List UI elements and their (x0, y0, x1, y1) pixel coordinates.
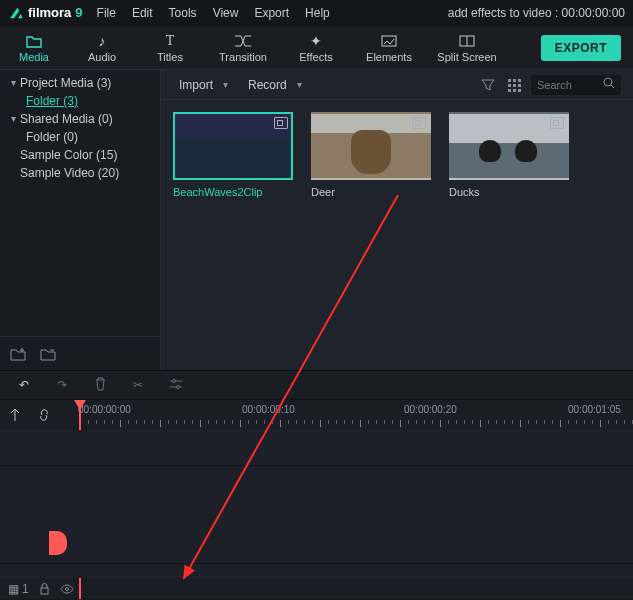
chevron-down-icon: ▾ (297, 79, 302, 90)
track-number[interactable]: ▦ 1 (8, 582, 29, 596)
tree-sample-color[interactable]: Sample Color (15) (0, 146, 160, 164)
menu-file[interactable]: File (97, 6, 116, 20)
chevron-down-icon: ▾ (6, 75, 20, 91)
grid-view-icon[interactable] (505, 76, 523, 94)
svg-point-17 (177, 385, 180, 388)
media-content: Import▾ Record▾ BeachWaves2ClipDeerDucks (160, 70, 633, 370)
main-menu: File Edit Tools View Export Help (97, 6, 330, 20)
export-button[interactable]: EXPORT (541, 35, 621, 61)
svg-rect-9 (508, 89, 511, 92)
chevron-down-icon: ▾ (6, 111, 20, 127)
app-version: 9 (75, 5, 82, 20)
image-icon (381, 33, 397, 49)
menu-help[interactable]: Help (305, 6, 330, 20)
timeline-head (0, 400, 58, 430)
tab-titles[interactable]: T Titles (136, 26, 204, 69)
media-sidebar: ▾Project Media (3) Folder (3) ▾Shared Me… (0, 70, 160, 370)
clip-label: BeachWaves2Clip (173, 186, 293, 198)
menu-view[interactable]: View (213, 6, 239, 20)
tree-project-media[interactable]: ▾Project Media (3) (0, 74, 160, 92)
clip-thumbnail (449, 112, 569, 180)
time-label: 00:00:00:20 (404, 404, 457, 415)
cut-icon[interactable]: ✂ (130, 378, 146, 392)
clip-handle[interactable] (49, 531, 67, 555)
chevron-down-icon: ▾ (223, 79, 228, 90)
tab-split-screen[interactable]: Split Screen (428, 26, 506, 69)
redo-icon[interactable]: ↷ (54, 378, 70, 392)
clip-item[interactable]: Deer (311, 112, 431, 198)
svg-rect-5 (518, 79, 521, 82)
title-bar: filmora9 File Edit Tools View Export Hel… (0, 0, 633, 26)
record-dropdown[interactable]: Record▾ (242, 78, 308, 92)
new-folder-icon[interactable] (10, 346, 26, 362)
content-toolbar: Import▾ Record▾ (161, 70, 633, 100)
lock-icon[interactable] (39, 583, 50, 595)
svg-point-19 (65, 588, 68, 591)
transition-icon (234, 33, 252, 49)
tab-media[interactable]: Media (0, 26, 68, 69)
clip-thumbnail (311, 112, 431, 180)
add-to-timeline-icon[interactable] (550, 117, 564, 129)
tab-elements[interactable]: Elements (350, 26, 428, 69)
menu-edit[interactable]: Edit (132, 6, 153, 20)
tree-project-folder[interactable]: Folder (3) (0, 92, 160, 110)
svg-rect-10 (513, 89, 516, 92)
main-area: ▾Project Media (3) Folder (3) ▾Shared Me… (0, 70, 633, 370)
track-row[interactable] (0, 564, 633, 600)
sparkle-icon: ✦ (310, 33, 322, 49)
sidebar-actions (0, 336, 160, 370)
app-logo: filmora9 (8, 5, 83, 21)
time-label: 00:00:00:10 (242, 404, 295, 415)
tree-shared-folder[interactable]: Folder (0) (0, 128, 160, 146)
time-label: 00:00:00:00 (78, 404, 131, 415)
menu-tools[interactable]: Tools (169, 6, 197, 20)
svg-point-16 (173, 379, 176, 382)
time-ruler[interactable]: 00:00:00:0000:00:00:1000:00:00:2000:00:0… (58, 400, 633, 430)
tool-tabs: Media ♪ Audio T Titles Transition ✦ Effe… (0, 26, 633, 70)
clip-label: Deer (311, 186, 431, 198)
delete-folder-icon[interactable] (40, 346, 56, 362)
clip-label: Ducks (449, 186, 569, 198)
media-tree: ▾Project Media (3) Folder (3) ▾Shared Me… (0, 70, 160, 336)
search-input[interactable] (537, 79, 597, 91)
svg-rect-18 (41, 588, 48, 594)
video-track[interactable] (0, 522, 633, 564)
marker-icon[interactable] (8, 408, 22, 422)
svg-point-12 (604, 78, 612, 86)
music-note-icon: ♪ (99, 33, 106, 49)
clip-thumbnail (173, 112, 293, 180)
svg-rect-0 (382, 36, 396, 46)
add-to-timeline-icon[interactable] (274, 117, 288, 129)
svg-rect-8 (518, 84, 521, 87)
svg-rect-6 (508, 84, 511, 87)
tab-effects[interactable]: ✦ Effects (282, 26, 350, 69)
tab-audio[interactable]: ♪ Audio (68, 26, 136, 69)
folder-icon (26, 33, 42, 49)
time-label: 00:00:01:05 (568, 404, 621, 415)
eye-icon[interactable] (60, 584, 74, 594)
filter-icon[interactable] (479, 76, 497, 94)
timeline-footer: ▦ 1 (0, 578, 82, 600)
tree-sample-video[interactable]: Sample Video (20) (0, 164, 160, 182)
clip-item[interactable]: BeachWaves2Clip (173, 112, 293, 198)
tab-transition[interactable]: Transition (204, 26, 282, 69)
svg-rect-11 (518, 89, 521, 92)
delete-icon[interactable] (92, 377, 108, 394)
timeline-actions: ↶ ↷ ✂ (0, 370, 633, 400)
app-name: filmora (28, 5, 71, 20)
undo-icon[interactable]: ↶ (16, 378, 32, 392)
add-to-timeline-icon[interactable] (412, 117, 426, 129)
project-title: add effects to video : 00:00:00:00 (448, 6, 625, 20)
menu-export[interactable]: Export (254, 6, 289, 20)
import-dropdown[interactable]: Import▾ (173, 78, 234, 92)
search-box[interactable] (531, 75, 621, 95)
tree-shared-media[interactable]: ▾Shared Media (0) (0, 110, 160, 128)
settings-icon[interactable] (168, 378, 184, 393)
track-row[interactable] (0, 430, 633, 466)
text-icon: T (166, 33, 175, 49)
search-icon (603, 77, 615, 92)
svg-rect-7 (513, 84, 516, 87)
logo-icon (8, 5, 24, 21)
link-icon[interactable] (37, 408, 51, 422)
clip-item[interactable]: Ducks (449, 112, 569, 198)
